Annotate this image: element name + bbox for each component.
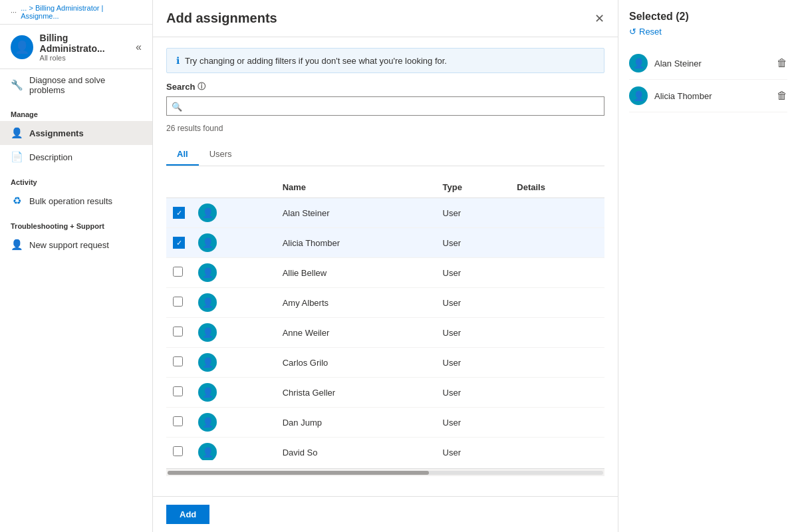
row-avatar-cell: 👤: [192, 318, 276, 348]
checkbox[interactable]: [173, 446, 183, 456]
row-name: Alicia Thomber: [276, 228, 436, 258]
checkbox[interactable]: [173, 386, 183, 396]
avatar: 👤: [198, 323, 217, 342]
sidebar-nav-description[interactable]: 📄 Description: [0, 145, 152, 169]
search-input-wrap: 🔍: [166, 96, 604, 116]
row-name: David So: [276, 438, 436, 461]
checkbox[interactable]: [173, 297, 183, 307]
search-input[interactable]: [166, 96, 604, 116]
breadcrumb-ellipsis: ···: [11, 8, 17, 16]
selected-user-name: Alan Steiner: [654, 59, 770, 68]
table-row: 👤 Dan Jump User: [166, 408, 604, 438]
col-details[interactable]: Details: [510, 177, 604, 198]
info-banner: ℹ Try changing or adding filters if you …: [166, 48, 604, 73]
col-checkbox: [166, 177, 192, 198]
sidebar: ··· ... > Billing Administrator | Assign…: [0, 0, 153, 532]
modal-title: Add assignments: [166, 11, 277, 26]
selected-user-name: Alicia Thomber: [654, 91, 770, 101]
section-manage: Manage: [0, 101, 152, 121]
row-checkbox-cell[interactable]: [166, 408, 192, 438]
info-text: Try changing or adding filters if you do…: [185, 56, 447, 66]
table-row: 👤 Amy Alberts User: [166, 288, 604, 318]
scroll-thumb[interactable]: [168, 471, 429, 475]
person-icon: 👤: [11, 127, 23, 139]
row-avatar-cell: 👤: [192, 438, 276, 461]
row-type: User: [436, 288, 511, 318]
selected-title: Selected (2): [629, 11, 787, 23]
delete-user-button[interactable]: 🗑: [777, 57, 787, 69]
sidebar-nav-assignments-label: Assignments: [29, 128, 84, 138]
sidebar-nav-support[interactable]: 👤 New support request: [0, 233, 152, 257]
row-avatar-cell: 👤: [192, 228, 276, 258]
row-avatar-cell: 👤: [192, 288, 276, 318]
reset-button[interactable]: ↺ Reset: [629, 27, 787, 37]
sidebar-nav-description-label: Description: [29, 152, 72, 162]
row-checkbox-cell[interactable]: ✓: [166, 198, 192, 228]
row-checkbox-cell[interactable]: [166, 378, 192, 408]
row-avatar-cell: 👤: [192, 408, 276, 438]
checkbox[interactable]: [173, 416, 183, 426]
row-checkbox-cell[interactable]: [166, 438, 192, 461]
search-label: Search ⓘ: [166, 81, 604, 92]
row-checkbox-cell[interactable]: [166, 258, 192, 288]
selected-avatar: 👤: [629, 86, 648, 105]
table-row: 👤 Christa Geller User: [166, 378, 604, 408]
recycle-icon: ♻: [11, 195, 23, 207]
avatar: 👤: [198, 383, 217, 402]
row-checkbox-cell[interactable]: [166, 288, 192, 318]
add-button[interactable]: Add: [166, 505, 209, 524]
row-details: [510, 288, 604, 318]
tab-users[interactable]: Users: [199, 144, 243, 166]
table-row: 👤 Anne Weiler User: [166, 318, 604, 348]
search-section: Search ⓘ 🔍: [166, 81, 604, 116]
checkbox-checked[interactable]: ✓: [173, 207, 185, 219]
results-count: 26 results found: [166, 124, 604, 133]
user-table: Name Type Details ✓: [166, 177, 604, 460]
sidebar-nav-assignments[interactable]: 👤 Assignments: [0, 121, 152, 145]
selected-header: Selected (2) ↺ Reset: [629, 11, 787, 37]
table-header-row: Name Type Details: [166, 177, 604, 198]
search-info-icon: ⓘ: [198, 81, 205, 92]
row-checkbox-cell[interactable]: [166, 318, 192, 348]
row-type: User: [436, 348, 511, 378]
delete-user-button[interactable]: 🗑: [777, 90, 787, 102]
col-name[interactable]: Name: [276, 177, 436, 198]
selected-panel: Selected (2) ↺ Reset 👤 Alan Steiner 🗑 👤 …: [618, 0, 798, 532]
collapse-button[interactable]: «: [136, 41, 142, 53]
row-checkbox-cell[interactable]: ✓: [166, 228, 192, 258]
table-row: ✓ 👤 Alicia Thomber User: [166, 228, 604, 258]
row-details: [510, 198, 604, 228]
checkbox[interactable]: [173, 267, 183, 277]
row-checkbox-cell[interactable]: [166, 348, 192, 378]
row-type: User: [436, 438, 511, 461]
row-details: [510, 378, 604, 408]
sidebar-title: Billing Administrato...: [40, 33, 130, 54]
row-name: Anne Weiler: [276, 318, 436, 348]
checkbox[interactable]: [173, 356, 183, 366]
row-avatar-cell: 👤: [192, 258, 276, 288]
sidebar-nav-bulk[interactable]: ♻ Bulk operation results: [0, 189, 152, 213]
modal-footer: Add: [153, 496, 618, 532]
col-type[interactable]: Type: [436, 177, 511, 198]
breadcrumb[interactable]: ··· ... > Billing Administrator | Assign…: [0, 0, 152, 25]
sidebar-nav-diagnose[interactable]: 🔧 Diagnose and solve problems: [0, 69, 152, 101]
checkbox-checked[interactable]: ✓: [173, 237, 185, 249]
row-name: Christa Geller: [276, 378, 436, 408]
row-details: [510, 348, 604, 378]
row-type: User: [436, 378, 511, 408]
support-icon: 👤: [11, 239, 23, 251]
reset-icon: ↺: [629, 27, 636, 37]
row-type: User: [436, 258, 511, 288]
row-type: User: [436, 198, 511, 228]
row-avatar-cell: 👤: [192, 378, 276, 408]
tab-all[interactable]: All: [166, 144, 199, 166]
modal-panel: Add assignments ✕ ℹ Try changing or addi…: [153, 0, 618, 532]
breadcrumb-text: ... > Billing Administrator | Assignme..…: [21, 4, 142, 20]
checkbox[interactable]: [173, 327, 183, 336]
close-button[interactable]: ✕: [595, 11, 604, 26]
table-scroll-container[interactable]: Name Type Details ✓: [166, 174, 604, 460]
section-troubleshooting: Troubleshooting + Support: [0, 213, 152, 233]
horizontal-scrollbar[interactable]: [166, 468, 604, 476]
modal-header: Add assignments ✕: [153, 0, 618, 37]
scroll-track[interactable]: [168, 471, 603, 475]
